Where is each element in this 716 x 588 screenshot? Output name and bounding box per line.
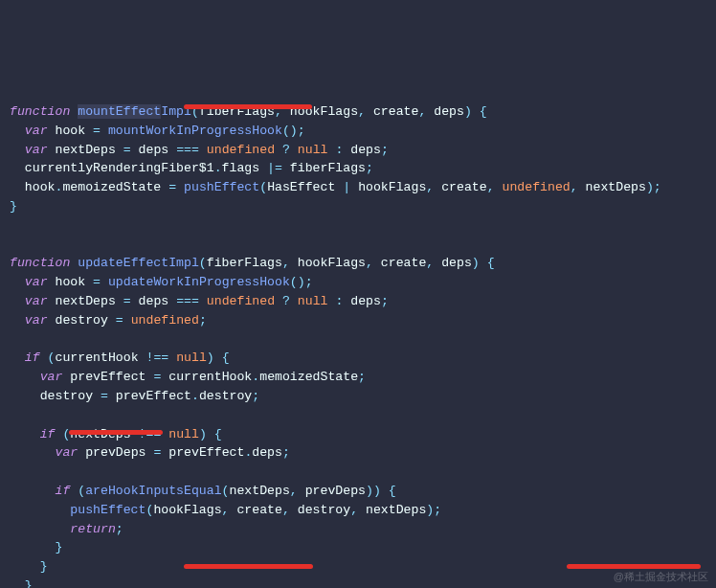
prop-memoizedState: memoizedState xyxy=(62,180,161,194)
kw-var: var xyxy=(25,313,48,328)
var-hook: hook xyxy=(56,275,86,289)
id-deps: deps xyxy=(350,294,381,308)
id-prevEffect: prevEffect xyxy=(168,445,244,460)
id-create: create xyxy=(236,503,281,517)
id-currentHook: currentHook xyxy=(168,370,252,384)
id-hook: hook xyxy=(25,180,56,194)
var-nextDeps: nextDeps xyxy=(56,294,116,308)
id-prevDeps: prevDeps xyxy=(305,484,366,498)
prop-deps: deps xyxy=(252,445,282,460)
const-null: null xyxy=(298,294,328,308)
kw-if: if xyxy=(40,427,56,441)
kw-var: var xyxy=(40,370,63,384)
var-hook: hook xyxy=(56,124,86,138)
id-nextDeps: nextDeps xyxy=(230,484,290,498)
id-hookFlags: hookFlags xyxy=(153,503,221,517)
const-null: null xyxy=(298,143,328,157)
code-block: function mountEffectImpl(fiberFlags, hoo… xyxy=(10,83,706,588)
param-create: create xyxy=(373,104,418,119)
kw-var: var xyxy=(25,124,48,138)
fn-updateWorkInProgressHook: updateWorkInProgressHook xyxy=(108,275,290,289)
id-HasEffect: HasEffect xyxy=(267,180,335,194)
id-deps: deps xyxy=(139,294,169,308)
id-nextDeps: nextDeps xyxy=(366,503,426,517)
kw-var: var xyxy=(55,445,78,460)
prop-memoizedState: memoizedState xyxy=(259,370,358,384)
param-fiberFlags: fiberFlags xyxy=(199,104,275,119)
id-create: create xyxy=(441,180,486,194)
param-hookFlags: hookFlags xyxy=(290,104,358,119)
var-nextDeps: nextDeps xyxy=(56,143,116,157)
const-undefined: undefined xyxy=(131,313,199,328)
fn-pushEffect: pushEffect xyxy=(70,503,145,517)
id-destroy: destroy xyxy=(298,503,350,517)
id-prevEffect: prevEffect xyxy=(116,389,191,403)
fn-mountEffectImpl: mountEffectImpl xyxy=(78,104,191,119)
id-currentlyRenderingFiber: currentlyRenderingFiber$1 xyxy=(25,161,214,175)
id-currentHook: currentHook xyxy=(56,351,139,365)
kw-return: return xyxy=(70,522,115,536)
watermark: @稀土掘金技术社区 xyxy=(614,569,708,585)
id-hookFlags: hookFlags xyxy=(358,180,426,194)
id-nextDeps: nextDeps xyxy=(586,180,646,194)
fn-mountWorkInProgressHook: mountWorkInProgressHook xyxy=(108,124,282,138)
var-prevDeps: prevDeps xyxy=(85,445,145,460)
var-destroy: destroy xyxy=(56,313,108,328)
param-deps: deps xyxy=(441,256,472,270)
prop-flags: flags xyxy=(222,161,260,175)
fn-updateEffectImpl: updateEffectImpl xyxy=(78,256,199,270)
fn-pushEffect: pushEffect xyxy=(184,180,259,194)
id-fiberFlags: fiberFlags xyxy=(290,161,366,175)
id-deps: deps xyxy=(350,143,381,157)
kw-function: function xyxy=(10,104,70,119)
param-fiberFlags: fiberFlags xyxy=(207,256,282,270)
param-deps: deps xyxy=(434,104,464,119)
const-null: null xyxy=(176,351,207,365)
id-destroy: destroy xyxy=(40,389,93,403)
const-null: null xyxy=(168,427,199,441)
kw-function: function xyxy=(10,256,70,270)
var-prevEffect: prevEffect xyxy=(70,370,145,384)
fn-areHookInputsEqual: areHookInputsEqual xyxy=(85,484,221,498)
param-hookFlags: hookFlags xyxy=(298,256,366,270)
prop-destroy: destroy xyxy=(199,389,252,403)
highlight-mountEffect: mountEffect xyxy=(78,104,161,119)
kw-var: var xyxy=(25,275,48,289)
const-undefined: undefined xyxy=(207,143,275,157)
kw-if: if xyxy=(25,351,40,365)
kw-var: var xyxy=(25,143,48,157)
const-undefined: undefined xyxy=(503,180,571,194)
kw-if: if xyxy=(55,484,70,498)
param-create: create xyxy=(381,256,426,270)
const-undefined: undefined xyxy=(207,294,275,308)
kw-var: var xyxy=(25,294,48,308)
id-deps: deps xyxy=(139,143,169,157)
id-nextDeps: nextDeps xyxy=(70,427,130,441)
